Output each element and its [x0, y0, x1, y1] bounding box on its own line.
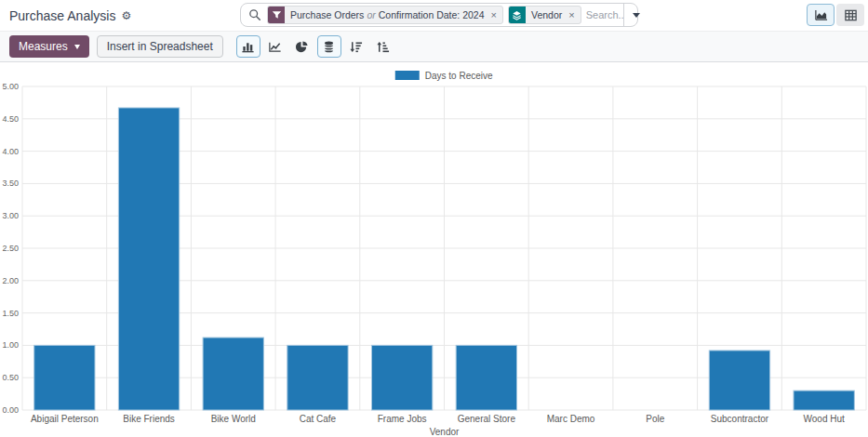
chart-area: 0.000.501.001.502.002.503.003.504.004.50… — [0, 62, 868, 437]
stacked-database-icon — [322, 40, 336, 54]
search-bar: Purchase Orders or Confirmation Date: 20… — [240, 3, 638, 27]
filter-facet-part2: Confirmation Date: 2024 — [379, 9, 485, 20]
graph-view-button[interactable] — [807, 4, 835, 26]
bar-general-store[interactable] — [456, 345, 516, 410]
bar-chart-button[interactable] — [236, 35, 260, 58]
x-tick-label: General Store — [458, 414, 516, 424]
legend-swatch[interactable] — [395, 71, 420, 80]
bar-cat-cafe[interactable] — [287, 345, 348, 410]
y-tick-label: 2.00 — [2, 276, 19, 285]
y-tick-label: 3.50 — [2, 179, 19, 188]
x-tick-label: Wood Hut — [804, 414, 846, 424]
x-axis-title: Vendor — [430, 427, 460, 437]
y-tick-label: 2.50 — [2, 244, 19, 253]
bar-frame-jobs[interactable] — [371, 345, 432, 410]
filter-facet-part1: Purchase Orders — [290, 9, 364, 20]
bar-subcontractor[interactable] — [709, 351, 769, 410]
filter-facet-label: Purchase Orders or Confirmation Date: 20… — [285, 7, 490, 23]
groupby-facet-text: Vendor — [531, 9, 562, 20]
x-tick-label: Bike World — [211, 414, 256, 424]
bar-bike-world[interactable] — [203, 338, 263, 410]
y-tick-label: 5.00 — [2, 82, 19, 91]
groupby-facet-remove-button[interactable]: × — [568, 7, 580, 23]
x-tick-label: Marc Demo — [547, 414, 595, 424]
groupby-facet[interactable]: Vendor × — [508, 6, 581, 24]
search-icon — [248, 8, 261, 21]
filter-facet[interactable]: Purchase Orders or Confirmation Date: 20… — [267, 6, 503, 24]
measures-button[interactable]: Measures — [9, 35, 89, 58]
sort-ascending-button[interactable] — [371, 35, 395, 58]
bar-chart-icon — [241, 40, 255, 54]
y-tick-label: 0.00 — [2, 405, 19, 415]
chart-type-buttons — [236, 35, 395, 58]
sort-ascending-icon — [376, 40, 390, 54]
x-tick-label: Frame Jobs — [378, 414, 427, 424]
toolbar: Measures Insert in Spreadsheet — [0, 31, 868, 62]
filter-funnel-icon — [268, 7, 285, 23]
line-chart-icon — [268, 40, 282, 54]
sort-descending-icon — [349, 40, 363, 54]
gear-icon[interactable]: ⚙ — [121, 10, 131, 21]
filter-facet-conjunction: or — [367, 9, 375, 20]
page-title: Purchase Analysis — [9, 8, 115, 23]
y-tick-label: 3.00 — [2, 211, 19, 220]
filter-facet-remove-button[interactable]: × — [490, 7, 502, 23]
searchbar-dropdown-toggle[interactable] — [623, 4, 648, 26]
bar-bike-friends[interactable] — [118, 108, 179, 410]
y-tick-label: 1.50 — [2, 309, 19, 318]
search-input[interactable] — [586, 9, 623, 20]
bar-wood-hut[interactable] — [794, 391, 854, 410]
x-tick-label: Subcontractor — [711, 414, 769, 424]
pivot-table-icon — [844, 8, 858, 22]
x-tick-label: Cat Cafe — [300, 414, 337, 424]
caret-down-icon — [74, 45, 80, 49]
caret-down-icon — [633, 13, 640, 18]
bar-chart[interactable]: 0.000.501.001.502.002.503.003.504.004.50… — [0, 62, 868, 437]
y-tick-label: 0.50 — [2, 373, 19, 382]
bar-abigail-peterson[interactable] — [34, 345, 95, 410]
pie-chart-icon — [295, 40, 309, 54]
view-switcher — [807, 4, 864, 26]
insert-in-spreadsheet-button[interactable]: Insert in Spreadsheet — [97, 35, 223, 58]
line-chart-button[interactable] — [263, 35, 287, 58]
groupby-facet-label: Vendor — [526, 7, 568, 23]
sort-descending-button[interactable] — [344, 35, 368, 58]
layers-icon — [509, 7, 526, 23]
x-tick-label: Pole — [646, 414, 664, 424]
pie-chart-button[interactable] — [290, 35, 314, 58]
area-chart-icon — [814, 8, 828, 22]
y-tick-label: 4.00 — [2, 147, 19, 156]
stacked-toggle-button[interactable] — [317, 35, 341, 58]
header: Purchase Analysis ⚙ Purchase Orders or C… — [0, 0, 868, 31]
y-tick-label: 4.50 — [2, 114, 19, 124]
pivot-view-button[interactable] — [836, 4, 864, 26]
measures-label: Measures — [19, 40, 68, 53]
x-tick-label: Bike Friends — [123, 414, 175, 424]
x-tick-label: Abigail Peterson — [31, 414, 99, 424]
y-tick-label: 1.00 — [2, 340, 19, 350]
legend-label[interactable]: Days to Receive — [425, 71, 493, 81]
